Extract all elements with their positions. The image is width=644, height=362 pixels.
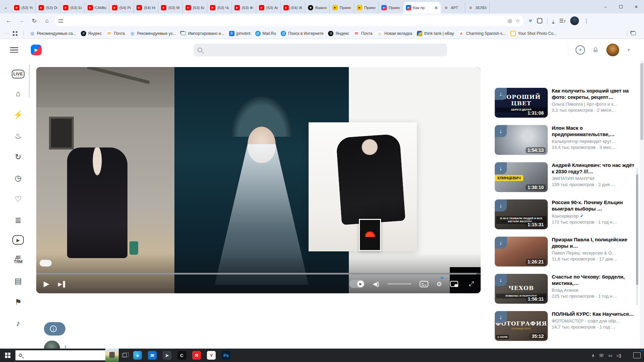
browser-tab[interactable]: (53) Фе ✕ <box>232 2 256 13</box>
taskbar-search-box[interactable] <box>15 350 105 360</box>
thumbnail-download-badge-icon[interactable] <box>495 237 507 249</box>
thumbnail-download-badge-icon[interactable] <box>495 88 507 100</box>
suggestions-scrollbar[interactable] <box>636 168 638 305</box>
suggested-video-item[interactable]: КЛИНЦЕВИЧ 1:38:10 Андрей Клинцевич: что … <box>495 162 636 192</box>
browser-tab[interactable]: (54) Ры ✕ <box>109 2 134 13</box>
search-highlight-widget[interactable] <box>105 349 119 362</box>
sidebar-item-icon[interactable]: ♨ <box>11 130 25 142</box>
upload-video-button[interactable]: + <box>576 45 585 55</box>
page-scrollbar-thumb[interactable] <box>640 63 643 140</box>
page-scrollbar[interactable] <box>640 60 644 349</box>
watch-full-button[interactable] <box>40 260 52 266</box>
next-video-button[interactable]: ▶▐ <box>58 281 64 287</box>
subtitles-icon[interactable] <box>420 281 428 287</box>
sidebar-item-icon[interactable]: ◷ <box>11 172 25 184</box>
suggested-video-channel[interactable]: ЭМПАТИЯ МАНУЧИ <box>552 176 594 181</box>
browser-menu-icon[interactable]: ⋮ <box>584 18 589 24</box>
heart-extension-icon[interactable]: ♥ <box>529 17 532 24</box>
suggested-video-title[interactable]: ПОЛНЫЙ КУРС: Как Научиться… <box>552 311 634 317</box>
window-maximize-button[interactable] <box>613 0 629 13</box>
video-thumbnail[interactable]: ХОРОШИЙ ЦВЕТ в фотографии БЕРИ И ДЕЛАЙ 1… <box>495 88 548 118</box>
action-center-icon[interactable] <box>633 352 641 358</box>
downloads-icon[interactable]: ↓ <box>552 18 555 23</box>
bookmark-item[interactable]: Почта <box>104 30 127 37</box>
suggested-video-channel[interactable]: Калькулятор переводит крут… <box>552 139 616 144</box>
video-thumbnail[interactable]: 1:54:13 <box>495 125 548 155</box>
new-tab-button[interactable] <box>492 3 501 12</box>
suggested-video-item[interactable]: ЧЕХОВ ЛОВЕЛАС И ПСИХОЛОГ 1:56:11 Счастье… <box>495 274 636 304</box>
taskbar-search-input[interactable] <box>25 353 102 358</box>
vk-search-bar[interactable] <box>194 44 447 56</box>
browser-tab[interactable]: (53) De ✕ <box>36 2 60 13</box>
picture-in-picture-icon[interactable] <box>450 281 458 287</box>
sidebar-item-icon[interactable]: ≣ <box>11 214 25 226</box>
browser-tab[interactable]: (53) Ап ✕ <box>256 2 281 13</box>
video-thumbnail[interactable]: 1:26:21 <box>495 237 548 266</box>
download-video-button[interactable]: ↓ <box>44 322 65 336</box>
suggested-video-channel[interactable]: Влад Аганов <box>552 288 578 293</box>
profile-chip[interactable] <box>3 33 9 34</box>
hidden-icons-chevron[interactable]: ∧ <box>592 353 595 358</box>
zoom-icon[interactable]: ◎ <box>507 18 512 24</box>
site-settings-icon[interactable] <box>58 19 64 23</box>
start-button[interactable] <box>0 349 15 362</box>
suggested-video-title[interactable]: Илон Маск о предпринимательстве,… <box>552 125 636 138</box>
suggested-video-title[interactable]: Призрак Павла I, полицейские дворы и… <box>552 237 636 249</box>
suggested-video-title[interactable]: Как получить хороший цвет на фото: секре… <box>552 88 636 101</box>
browser-tab[interactable]: (54) Не ✕ <box>134 2 158 13</box>
browser-tab[interactable]: (53) Ма ✕ <box>158 2 183 13</box>
suggested-video-channel[interactable]: Консерватор <box>552 214 579 219</box>
bookmark-item[interactable]: Яндекс <box>78 30 104 37</box>
sidebar-item-icon[interactable]: ⚡ <box>11 109 25 121</box>
browser-tab[interactable]: (54) Же ✕ <box>281 2 305 13</box>
volume-slider[interactable] <box>387 283 412 285</box>
thumbnail-download-badge-icon[interactable] <box>495 311 507 323</box>
browser-tab[interactable]: АРТ ✕ <box>441 2 465 13</box>
sidebar-item-icon[interactable]: ♪ <box>11 317 25 329</box>
browser-tab[interactable]: Приянк ✕ <box>379 2 403 13</box>
suggested-video-item[interactable]: ХОРОШИЙ ЦВЕТ в фотографии БЕРИ И ДЕЛАЙ 1… <box>495 88 636 118</box>
browser-tab[interactable]: ЗЕЛЕНА ✕ <box>465 2 490 13</box>
reload-button[interactable]: ↻ <box>29 15 40 26</box>
address-bar[interactable]: ◎ ☆ <box>54 15 524 26</box>
video-thumbnail[interactable]: КЛИНЦЕВИЧ 1:38:10 <box>495 162 548 192</box>
taskbar-app-icon[interactable]: Y <box>204 349 219 362</box>
sidebar-item-icon[interactable]: ▤ <box>11 275 25 287</box>
taskbar-app-icon[interactable]: ➤ <box>160 349 174 362</box>
suggested-video-item[interactable]: 1:54:13 Илон Маск о предпринимательстве,… <box>495 125 636 155</box>
suggested-video-title[interactable]: Андрей Клинцевич: что нас ждёт к 2030 го… <box>552 162 636 175</box>
settings-gear-icon[interactable]: ⚙ <box>436 280 442 288</box>
sidebar-item-icon[interactable]: ♡ <box>11 193 25 205</box>
bookmark-item[interactable]: Mail.Ru <box>253 30 279 37</box>
bookmark-star-icon[interactable]: ☆ <box>516 18 520 24</box>
sidebar-item-icon[interactable]: ↻ <box>11 151 25 163</box>
vk-search-input[interactable] <box>206 47 443 53</box>
all-bookmarks-button[interactable] <box>631 31 641 36</box>
hamburger-menu-icon[interactable] <box>10 47 18 53</box>
browser-profile-avatar[interactable] <box>570 16 579 25</box>
thumbnail-download-badge-icon[interactable] <box>495 162 507 174</box>
sidebar-item-icon[interactable]: LIVE <box>12 70 24 78</box>
sidebar-item-icon[interactable]: ⌂ <box>11 87 25 100</box>
back-button[interactable]: ← <box>3 15 14 26</box>
task-view-button[interactable] <box>119 349 130 362</box>
bookmark-item[interactable]: Charming Spanish-s... <box>456 30 508 37</box>
window-close-button[interactable]: ✕ <box>629 0 644 13</box>
bookmark-item[interactable]: Импортировано и... <box>178 30 226 37</box>
browser-tab[interactable]: САМЫЙ ✕ <box>85 2 109 13</box>
suggested-video-title[interactable]: Счастье по Чехову: бордели, мистика,… <box>552 274 636 287</box>
fullscreen-icon[interactable]: ⤢ <box>469 280 474 288</box>
suggested-video-channel[interactable]: Ольга Паволга | Арт-фото и к… <box>552 102 618 107</box>
bookmark-item[interactable]: Поиск в Интернете <box>278 30 326 37</box>
reading-list-icon[interactable]: ☰♪ <box>559 18 566 24</box>
taskbar-app-icon[interactable]: Ps <box>219 349 233 362</box>
suggested-video-channel[interactable]: Павел Перец: экскурсии & О… <box>552 250 616 255</box>
extensions-puzzle-icon[interactable] <box>537 18 542 23</box>
bookmark-item[interactable]: Яндекс <box>326 30 351 37</box>
bookmark-item[interactable]: Почта <box>352 30 375 37</box>
notifications-bell-icon[interactable]: 🕭 <box>592 46 599 54</box>
thumbnail-download-badge-icon[interactable] <box>495 274 507 286</box>
suggested-video-item[interactable]: 1:26:21 Призрак Павла I, полицейские дво… <box>495 237 636 266</box>
thumbnail-download-badge-icon[interactable] <box>495 199 507 212</box>
video-thumbnail[interactable]: ЧЕХОВ ЛОВЕЛАС И ПСИХОЛОГ 1:56:11 <box>495 274 548 304</box>
